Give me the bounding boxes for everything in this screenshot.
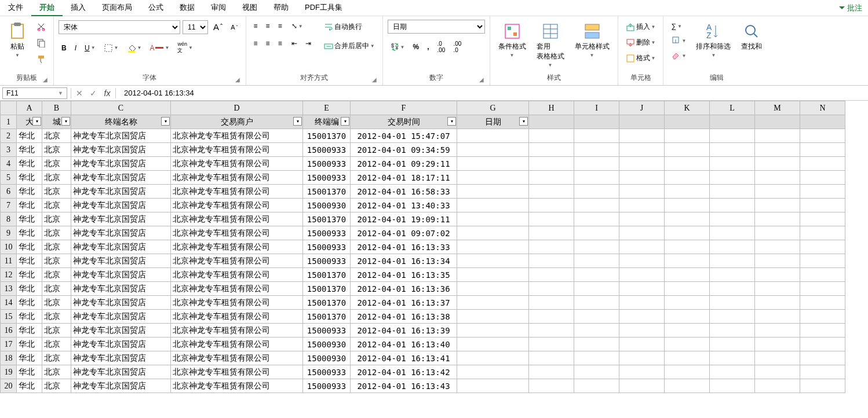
cell[interactable]: 2012-04-01 09:07:02 [351,226,457,240]
cell[interactable] [665,351,710,365]
cell[interactable] [457,143,529,157]
row-header[interactable]: 16 [1,324,17,338]
cell[interactable] [800,226,845,240]
col-header-M[interactable]: M [755,101,800,115]
cell[interactable]: 华北 [17,143,42,157]
cell[interactable] [529,310,574,324]
cell[interactable] [710,129,755,143]
cell-styles-button[interactable]: 单元格样式▼ [571,20,613,60]
cell[interactable] [665,310,710,324]
align-bottom-button[interactable]: ≡ [275,20,285,32]
row-header[interactable]: 10 [1,240,17,254]
header-cell[interactable] [665,115,710,129]
cell[interactable]: 神龙专车北京国贸店 [71,351,171,365]
cell[interactable]: 15000930 [303,338,351,351]
cell[interactable]: 神龙专车北京国贸店 [71,338,171,351]
cell[interactable] [529,351,574,365]
row-header[interactable]: 14 [1,296,17,310]
cell[interactable] [755,157,800,171]
cell[interactable] [710,143,755,157]
cell[interactable] [710,310,755,324]
cell[interactable] [457,226,529,240]
cell[interactable]: 神龙专车北京国贸店 [71,226,171,240]
cell[interactable]: 北京神龙专车租赁有限公司 [171,282,303,296]
menu-页面布局[interactable]: 页面布局 [94,0,140,16]
cell[interactable] [710,351,755,365]
cell[interactable] [457,351,529,365]
cell[interactable]: 北京神龙专车租赁有限公司 [171,324,303,338]
cell[interactable] [665,185,710,199]
cell[interactable]: 北京 [42,157,71,171]
cell[interactable]: 华北 [17,254,42,268]
cell[interactable] [800,282,845,296]
cell[interactable]: 北京 [42,240,71,254]
accounting-format-button[interactable]: 💱▼ [388,41,408,53]
cell[interactable]: 15001370 [303,268,351,282]
cell[interactable] [619,226,665,240]
border-button[interactable]: ▼ [101,41,122,55]
increase-font-button[interactable]: Aˆ [210,20,225,34]
cell[interactable] [574,240,619,254]
delete-cells-button[interactable]: 删除▼ [623,35,659,50]
cell[interactable]: 北京神龙专车租赁有限公司 [171,226,303,240]
cell[interactable]: 华北 [17,226,42,240]
row-header[interactable]: 15 [1,310,17,324]
cell[interactable]: 15000930 [303,199,351,212]
cell[interactable]: 神龙专车北京国贸店 [71,185,171,199]
cell[interactable] [574,226,619,240]
format-painter-button[interactable] [34,52,49,66]
cell[interactable] [710,240,755,254]
cell[interactable]: 北京神龙专车租赁有限公司 [171,129,303,143]
cell[interactable] [529,365,574,379]
cell[interactable]: 2012-04-01 16:13:42 [351,365,457,379]
col-header-H[interactable]: H [529,101,574,115]
cell[interactable]: 北京神龙专车租赁有限公司 [171,351,303,365]
cell[interactable] [665,268,710,282]
cell[interactable] [710,365,755,379]
cell[interactable] [710,338,755,351]
cell[interactable] [619,185,665,199]
cell[interactable]: 2012-04-01 16:58:33 [351,185,457,199]
col-header-L[interactable]: L [710,101,755,115]
cell[interactable]: 北京 [42,268,71,282]
cell[interactable] [755,268,800,282]
cell[interactable]: 华北 [17,310,42,324]
cell[interactable] [457,338,529,351]
cell[interactable]: 北京神龙专车租赁有限公司 [171,212,303,226]
cell[interactable] [457,185,529,199]
cell[interactable]: 15000933 [303,226,351,240]
cell[interactable] [800,338,845,351]
cell[interactable] [800,296,845,310]
cell[interactable] [800,365,845,379]
select-all-corner[interactable] [1,101,17,115]
cell[interactable] [665,365,710,379]
header-cell[interactable]: 交易时间▾ [351,115,457,129]
row-header[interactable]: 19 [1,365,17,379]
cell[interactable] [457,157,529,171]
italic-button[interactable]: I [72,42,79,54]
conditional-format-button[interactable]: 条件格式▼ [495,20,530,60]
cell[interactable] [800,157,845,171]
cell[interactable] [755,129,800,143]
format-table-button[interactable]: 套用 表格格式▼ [533,20,568,70]
col-header-I[interactable]: I [574,101,619,115]
row-header[interactable]: 1 [1,115,17,129]
row-header[interactable]: 8 [1,212,17,226]
cell[interactable]: 15000933 [303,240,351,254]
row-header[interactable]: 13 [1,282,17,296]
cell[interactable] [574,268,619,282]
cell[interactable]: 15000933 [303,157,351,171]
font-color-button[interactable]: A▼ [147,42,172,54]
cell[interactable] [574,379,619,393]
cell[interactable] [755,351,800,365]
sort-filter-button[interactable]: AZ排序和筛选▼ [692,20,734,60]
cell[interactable] [529,157,574,171]
header-cell[interactable] [755,115,800,129]
header-cell[interactable]: 日期▾ [457,115,529,129]
cell[interactable]: 神龙专车北京国贸店 [71,157,171,171]
cell[interactable]: 北京 [42,310,71,324]
cell[interactable]: 神龙专车北京国贸店 [71,268,171,282]
cell[interactable] [619,212,665,226]
cell[interactable] [665,129,710,143]
decrease-decimal-button[interactable]: .00.0 [450,38,464,56]
